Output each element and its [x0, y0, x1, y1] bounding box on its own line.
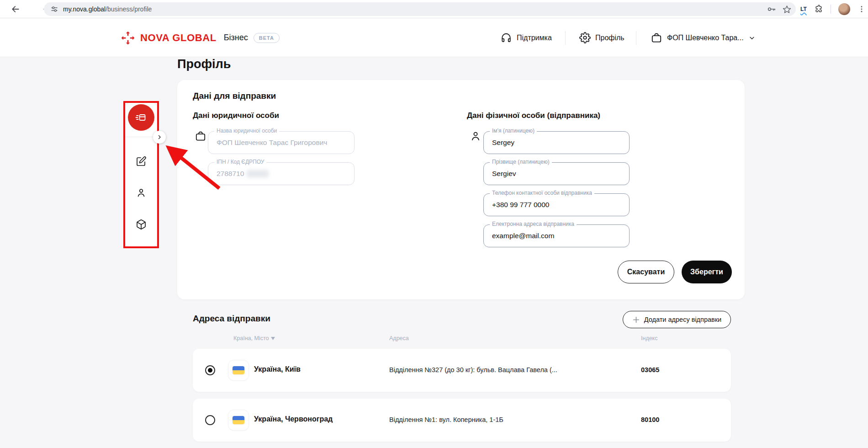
person-icon [136, 187, 147, 198]
account-switcher[interactable]: ФОП Шевченко Тара... [651, 18, 756, 57]
email-value: example@mail.com [492, 232, 554, 240]
sender-section-title: Дані фізичної особи (відправника) [467, 111, 600, 120]
last-name-field[interactable]: Прізвище (латиницею) Sergiev [483, 162, 630, 185]
support-button[interactable]: Підтримка [500, 18, 552, 57]
profile-nav-label: Профіль [595, 34, 625, 42]
support-label: Підтримка [517, 34, 552, 42]
row-address: Відділення №327 (до 30 кг): бульв. Вацла… [389, 366, 557, 373]
row-country-city: Україна, Червоноград [254, 415, 333, 423]
ukraine-flag-icon [233, 416, 244, 424]
url-text: my.nova.global/business/profile [63, 5, 152, 13]
chevron-right-icon [157, 134, 162, 140]
gear-icon [579, 32, 591, 43]
column-address: Адреса [389, 335, 409, 341]
last-name-value: Sergiev [492, 170, 516, 178]
package-icon [136, 219, 147, 230]
sidebar-expand-button[interactable] [153, 131, 166, 144]
add-address-button[interactable]: Додати адресу відправки [623, 311, 731, 328]
legal-section-title: Дані юридичної особи [193, 111, 279, 120]
shipping-data-card: Дані для відправки Дані юридичної особи … [177, 80, 745, 299]
page-title: Профіль [177, 57, 231, 71]
address-row[interactable]: Україна, Червоноград Відділення №1: вул.… [193, 399, 731, 442]
add-address-label: Додати адресу відправки [644, 316, 721, 323]
legal-name-value: ФОП Шевченко Тарас Григорович [217, 139, 327, 147]
sidebar [126, 103, 157, 247]
briefcase-icon [195, 130, 206, 142]
country-flag-tile [228, 410, 249, 430]
first-name-value: Sergey [492, 139, 514, 147]
site-controls-icon[interactable] [50, 5, 58, 13]
tax-id-value: 2788710 [217, 170, 269, 178]
cancel-button[interactable]: Скасувати [618, 261, 674, 283]
product-name: Бізнес [224, 33, 248, 43]
browser-menu-kebab-icon[interactable] [857, 5, 866, 13]
sidebar-item-parcels[interactable] [136, 219, 147, 230]
column-index: Індекс [641, 335, 657, 341]
edit-icon [136, 156, 147, 167]
country-flag-tile [228, 360, 249, 380]
extensions-puzzle-icon[interactable] [814, 5, 823, 14]
sort-caret-icon [271, 337, 275, 340]
card-title: Дані для відправки [193, 91, 276, 101]
addresses-section-title: Адреса відправки [193, 314, 270, 324]
profile-nav-button[interactable]: Профіль [579, 18, 625, 57]
brand-name: NOVA GLOBAL [140, 32, 217, 44]
first-name-label: Ім'я (латиницею) [490, 128, 537, 134]
browser-toolbar: my.nova.global/business/profile LT [0, 0, 868, 18]
chevron-down-icon [748, 34, 756, 42]
header-divider [565, 31, 566, 45]
briefcase-icon [651, 32, 662, 44]
address-radio-unselected[interactable] [205, 415, 215, 425]
sidebar-item-edit[interactable] [136, 156, 147, 167]
redacted-digits [247, 170, 269, 177]
address-radio-selected[interactable] [205, 365, 215, 375]
phone-label: Телефон контактної особи відправника [490, 190, 594, 196]
row-country-city: Україна, Київ [254, 365, 301, 373]
legal-name-field: Назва юридичної особи ФОП Шевченко Тарас… [208, 131, 355, 154]
sidebar-item-profile[interactable] [136, 187, 147, 198]
headset-icon [500, 32, 512, 44]
person-icon [470, 130, 482, 142]
url-bar[interactable]: my.nova.global/business/profile [44, 2, 796, 16]
browser-profile-avatar[interactable] [838, 3, 850, 15]
nova-global-logo-icon [121, 31, 135, 45]
email-label: Електронна адреса відправника [490, 221, 577, 227]
url-path: /business/profile [106, 5, 152, 13]
plus-icon [632, 316, 640, 324]
sidebar-item-shipments-active[interactable] [128, 104, 154, 131]
site-header: NOVA GLOBAL Бізнес BETA Підтримка Профіл… [0, 18, 868, 57]
header-divider [636, 31, 636, 45]
row-index: 80100 [641, 416, 659, 423]
url-domain: my.nova.global [63, 5, 106, 13]
save-button[interactable]: Зберегти [682, 261, 732, 283]
brand-logo[interactable]: NOVA GLOBAL Бізнес BETA [121, 18, 280, 57]
row-index: 03065 [641, 366, 659, 373]
phone-value: +380 99 777 0000 [492, 201, 549, 209]
tax-id-label: ІПН / Код ЄДРПОУ [214, 159, 266, 165]
back-icon[interactable] [10, 4, 21, 15]
fast-parcel-icon [135, 111, 148, 124]
tax-id-field: ІПН / Код ЄДРПОУ 2788710 [208, 162, 355, 185]
languagetool-extension-icon[interactable]: LT [800, 6, 807, 12]
bookmark-star-icon[interactable] [783, 5, 791, 14]
last-name-label: Прізвище (латиницею) [490, 159, 552, 165]
column-country-city[interactable]: Країна, Місто [233, 335, 275, 341]
beta-badge: BETA [254, 33, 280, 43]
sidebar-divider [126, 137, 157, 137]
account-name: ФОП Шевченко Тара... [667, 34, 744, 42]
legal-name-label: Назва юридичної особи [214, 128, 279, 134]
password-key-icon[interactable] [767, 5, 776, 14]
ukraine-flag-icon [233, 366, 244, 374]
email-field[interactable]: Електронна адреса відправника example@ma… [483, 224, 630, 247]
first-name-field[interactable]: Ім'я (латиницею) Sergey [483, 131, 630, 154]
row-address: Відділення №1: вул. Коперника, 1-1Б [389, 416, 503, 423]
toolbar-divider [831, 5, 831, 14]
address-row[interactable]: Україна, Київ Відділення №327 (до 30 кг)… [193, 349, 731, 392]
phone-field[interactable]: Телефон контактної особи відправника +38… [483, 193, 630, 216]
